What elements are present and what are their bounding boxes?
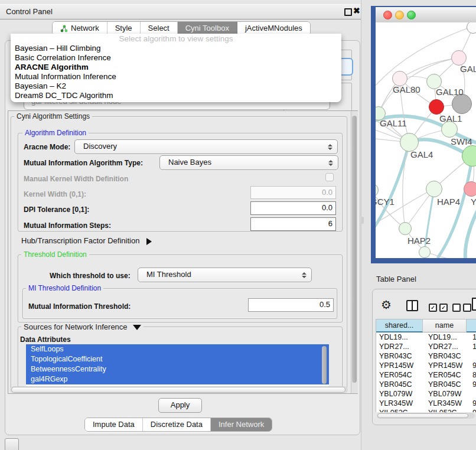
table-cell: YLR345W <box>376 399 425 408</box>
mac-close-icon[interactable] <box>383 11 392 19</box>
document-icon[interactable] <box>472 298 476 311</box>
deselect-columns-icon[interactable] <box>452 302 471 312</box>
table-rows: YDL19...YDL19...13YDR27...YDR27...12YBR0… <box>376 332 476 412</box>
control-panel-title: Control Panel <box>6 7 53 16</box>
mi-algorithm-type-label: Mutual Information Algorithm Type: <box>24 159 143 167</box>
mi-steps-field[interactable]: 6 <box>250 217 336 231</box>
table-row[interactable]: YBR043CYBR043C <box>376 351 476 361</box>
tab-label: Network <box>71 22 99 35</box>
algorithm-dropdown-popup: Select algorithm to view settings Bayesi… <box>11 34 341 102</box>
table-cell: 9. <box>471 361 476 370</box>
split-table-icon[interactable] <box>406 300 418 311</box>
attribute-item[interactable]: SelfLoops <box>26 344 329 354</box>
manual-kernel-width-checkbox[interactable] <box>325 173 334 181</box>
dropdown-item-mutual-information-inference[interactable]: Mutual Information Inference <box>11 72 341 81</box>
float-window-icon[interactable] <box>344 8 352 16</box>
floating-panel-icon[interactable] <box>5 438 19 450</box>
settings-vscrollbar-thumb[interactable] <box>352 116 357 383</box>
mac-minimize-icon[interactable] <box>395 11 404 19</box>
dpi-tolerance-value: 0.0 <box>322 203 332 212</box>
mi-threshold-field[interactable]: 0.5 <box>248 298 334 312</box>
network-node[interactable] <box>441 121 458 138</box>
table-hscrollbar-thumb[interactable] <box>377 413 468 418</box>
table-row[interactable]: YPR145WYPR145W9. <box>376 361 476 370</box>
network-node-label: HAP2 <box>407 236 431 246</box>
table-row[interactable]: YBR045CYBR045C9. <box>376 380 476 389</box>
apply-button-label: Apply <box>171 400 190 409</box>
column-header-name[interactable]: name <box>423 319 467 332</box>
settings-hscrollbar-thumb[interactable] <box>11 387 345 393</box>
table-cell: 9 <box>471 408 476 412</box>
table-row[interactable]: YLR345WYLR345W9. <box>376 399 476 408</box>
dropdown-item-aracne-algorithm[interactable]: ARACNE Algorithm <box>11 63 341 72</box>
table-cell: 8. <box>471 370 476 380</box>
network-node[interactable] <box>399 222 412 235</box>
tab-label: Select <box>148 22 169 35</box>
tab-jactivemnodules[interactable]: jActiveMNodules <box>237 22 310 35</box>
tab-cyni-toolbox[interactable]: Cyni Toolbox <box>178 22 237 35</box>
mac-zoom-icon[interactable] <box>407 11 416 19</box>
tab-style[interactable]: Style <box>107 22 141 35</box>
aracne-mode-combo[interactable]: Discovery <box>74 139 338 154</box>
column-header-shared-name[interactable]: shared... <box>376 319 423 332</box>
table-row[interactable]: YER054CYER054C8. <box>376 370 476 380</box>
which-threshold-combo[interactable]: MI Threshold <box>138 268 312 282</box>
chevron-updown-icon <box>302 268 307 282</box>
manual-kernel-width-label: Manual Kernel Width Definition <box>24 175 128 183</box>
table-hscrollbar-track[interactable] <box>377 413 475 419</box>
panel-divider-grip[interactable] <box>361 217 364 224</box>
tab-select[interactable]: Select <box>141 22 178 35</box>
chevron-updown-icon <box>328 156 333 169</box>
settings-vscrollbar-track[interactable] <box>351 111 358 393</box>
table-row[interactable]: YDR27...YDR27...12 <box>376 342 476 351</box>
mi-threshold-definition-title: MI Threshold Definition <box>26 284 103 292</box>
network-window-titlebar[interactable] <box>376 7 476 23</box>
attribute-item[interactable]: TopologicalCoefficient <box>26 354 329 364</box>
tab-discretize-data[interactable]: Discretize Data <box>143 418 211 431</box>
dropdown-item-bayesian-hill-climbing[interactable]: Bayesian – Hill Climbing <box>11 44 341 53</box>
tab-infer-network[interactable]: Infer Network <box>211 418 272 431</box>
dropdown-item-bayesian-k2[interactable]: Bayesian – K2 <box>11 81 341 91</box>
algorithm-dropdown-prompt: Select algorithm to view settings <box>11 34 341 44</box>
table-cell: YIL052C <box>425 408 471 412</box>
kernel-width-value: 0.0 <box>322 188 332 197</box>
threshold-definition-title: Threshold Definition <box>21 250 89 259</box>
network-node-label: GAL11 <box>380 118 407 128</box>
dropdown-item-basic-correlation-inference[interactable]: Basic Correlation Inference <box>11 53 341 63</box>
dropdown-item-dream8-dc-tdc-algorithm[interactable]: Dream8 DC_TDC Algorithm <box>11 91 341 100</box>
network-icon <box>60 25 68 32</box>
table-cell: YBL079W <box>376 389 425 399</box>
data-attributes-list[interactable]: SelfLoopsTopologicalCoefficientBetweenne… <box>26 344 329 386</box>
select-columns-icon[interactable]: ✓✓ <box>429 302 448 312</box>
network-canvas[interactable]: GALGAL80GAL10GAL1GAL11SWI4GAL4GCY1HAP4YH… <box>376 22 476 258</box>
network-node[interactable] <box>452 94 472 114</box>
tab-network[interactable]: Network <box>53 22 107 35</box>
close-icon[interactable]: ✖ <box>353 6 360 15</box>
table-panel-title: Table Panel <box>376 275 416 283</box>
table-row[interactable]: YBL079WYBL079W <box>376 389 476 399</box>
table-row[interactable]: YDL19...YDL19...13 <box>376 332 476 342</box>
tab-impute-data[interactable]: Impute Data <box>85 418 143 431</box>
list-scrollbar-thumb[interactable] <box>322 346 327 384</box>
apply-button[interactable]: Apply <box>158 398 202 413</box>
sources-toggle[interactable]: Sources for Network Inference <box>21 322 144 331</box>
network-node[interactable] <box>464 181 476 197</box>
attribute-item[interactable]: BetweennessCentrality <box>26 364 329 374</box>
network-node[interactable] <box>426 181 442 197</box>
hub-section-toggle[interactable]: Hub/Transcription Factor Definition <box>21 236 152 245</box>
kernel-width-field[interactable]: 0.0 <box>250 186 336 199</box>
network-node[interactable] <box>419 246 431 258</box>
tab-label: Cyni Toolbox <box>185 22 229 35</box>
settings-gear-icon[interactable]: ⚙ <box>381 298 392 312</box>
hub-section-label: Hub/Transcription Factor Definition <box>21 236 139 245</box>
network-node[interactable] <box>429 99 444 115</box>
dpi-tolerance-field[interactable]: 0.0 <box>250 201 336 215</box>
mi-algorithm-type-combo[interactable]: Naive Bayes <box>159 155 338 170</box>
settings-hscrollbar-track[interactable] <box>10 386 348 393</box>
control-panel-titlebar: Control Panel ✖ <box>0 4 361 19</box>
column-header-partial[interactable] <box>467 319 476 332</box>
sources-title: Sources for Network Inference <box>24 322 128 331</box>
attribute-item[interactable]: gal4RGexp <box>26 374 329 384</box>
aracne-mode-value: Discovery <box>83 142 117 151</box>
table-row[interactable]: YIL052CYIL052C9 <box>376 408 476 412</box>
